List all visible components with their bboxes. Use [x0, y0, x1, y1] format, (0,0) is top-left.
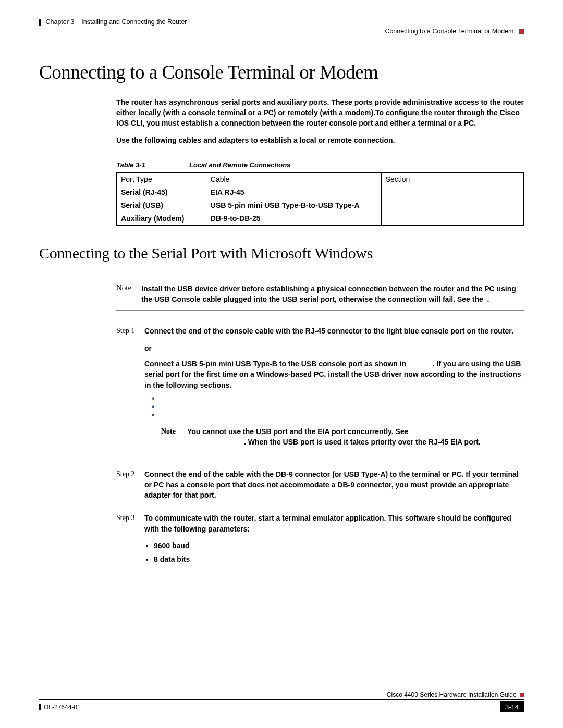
note-link[interactable] [410, 427, 412, 436]
step-text: To communicate with the router, start a … [144, 513, 524, 534]
intro-block: The router has asynchronous serial ports… [116, 97, 524, 145]
section-heading: Connecting to the Serial Port with Micro… [39, 244, 524, 262]
chapter-label: Chapter 3 [45, 18, 74, 26]
table-caption: Table 3-1 Local and Remote Connections [116, 161, 524, 169]
note-text: You cannot use the USB port and the EIA … [187, 426, 481, 448]
intro-paragraph-2: Use the following cables and adapters to… [116, 135, 524, 145]
table-cell: Serial (USB) [117, 199, 206, 212]
step-3: Step 3 To communicate with the router, s… [116, 513, 524, 572]
note-text: Install the USB device driver before est… [141, 283, 524, 305]
table-cell: Serial (RJ-45) [117, 186, 206, 199]
table-cell [381, 199, 523, 212]
table-row: Serial (RJ-45) EIA RJ-45 [117, 186, 524, 199]
list-item[interactable] [152, 413, 524, 415]
step-body: Connect the end of the console cable wit… [144, 326, 524, 462]
running-subheader: Connecting to a Console Terminal or Mode… [39, 28, 524, 35]
table-cell: DB-9-to-DB-25 [206, 212, 381, 225]
step-text: Connect the end of the console cable wit… [144, 326, 524, 336]
link-bullet-list [152, 397, 524, 415]
list-item: 9600 baud [154, 540, 524, 551]
parameter-list: 9600 baud 8 data bits [154, 540, 524, 565]
inline-note-block: Note You cannot use the USB port and the… [161, 423, 524, 451]
table-caption-title: Local and Remote Connections [173, 161, 291, 169]
footer-guide-line: Cisco 4400 Series Hardware Installation … [39, 691, 524, 700]
step-text: Connect the end of the cable with the DB… [144, 469, 524, 501]
decoration-square-icon [520, 693, 524, 697]
page-title: Connecting to a Console Terminal or Mode… [39, 61, 524, 83]
note-link[interactable] [187, 438, 244, 446]
table-header-row: Port Type Cable Section [117, 172, 524, 186]
table-header-cell: Port Type [117, 172, 206, 186]
step-2: Step 2 Connect the end of the cable with… [116, 469, 524, 507]
decoration-square-icon [519, 29, 524, 34]
table-cell: Auxiliary (Modem) [117, 212, 206, 225]
chapter-title: Installing and Connecting the Router [81, 18, 187, 26]
guide-title: Cisco 4400 Series Hardware Installation … [387, 691, 517, 698]
table-header-cell: Cable [206, 172, 381, 186]
table-row: Serial (USB) USB 5-pin mini USB Type-B-t… [117, 199, 524, 212]
table-cell [381, 212, 523, 225]
table-cell [381, 186, 523, 199]
note-block: Note Install the USB device driver befor… [116, 278, 524, 312]
step-label: Step 1 [116, 326, 144, 462]
running-header: Chapter 3 Installing and Connecting the … [39, 18, 524, 26]
step-label: Step 2 [116, 469, 144, 507]
step-or: or [144, 343, 524, 353]
doc-id: OL-27644-01 [39, 704, 81, 711]
table-row: Auxiliary (Modem) DB-9-to-DB-25 [117, 212, 524, 225]
step-label: Step 3 [116, 513, 144, 572]
step-body: Connect the end of the cable with the DB… [144, 469, 524, 507]
figure-link[interactable] [408, 360, 433, 368]
page-number: 3-14 [500, 701, 524, 712]
page-footer: Cisco 4400 Series Hardware Installation … [39, 691, 524, 712]
section-name: Connecting to a Console Terminal or Mode… [385, 28, 513, 35]
step-text: Connect a USB 5-pin mini USB Type-B to t… [144, 359, 524, 390]
table-caption-label: Table 3-1 [116, 161, 145, 169]
list-item[interactable] [152, 405, 524, 407]
table-header-cell: Section [381, 172, 523, 186]
table-cell: EIA RJ-45 [206, 186, 381, 199]
list-item[interactable] [152, 397, 524, 399]
step-1: Step 1 Connect the end of the console ca… [116, 326, 524, 462]
intro-paragraph-1: The router has asynchronous serial ports… [116, 97, 524, 129]
note-label: Note [116, 283, 141, 305]
step-body: To communicate with the router, start a … [144, 513, 524, 572]
note-label: Note [161, 426, 187, 448]
table-cell: USB 5-pin mini USB Type-B-to-USB Type-A [206, 199, 381, 212]
list-item: 8 data bits [154, 554, 524, 564]
connections-table: Port Type Cable Section Serial (RJ-45) E… [116, 172, 524, 226]
